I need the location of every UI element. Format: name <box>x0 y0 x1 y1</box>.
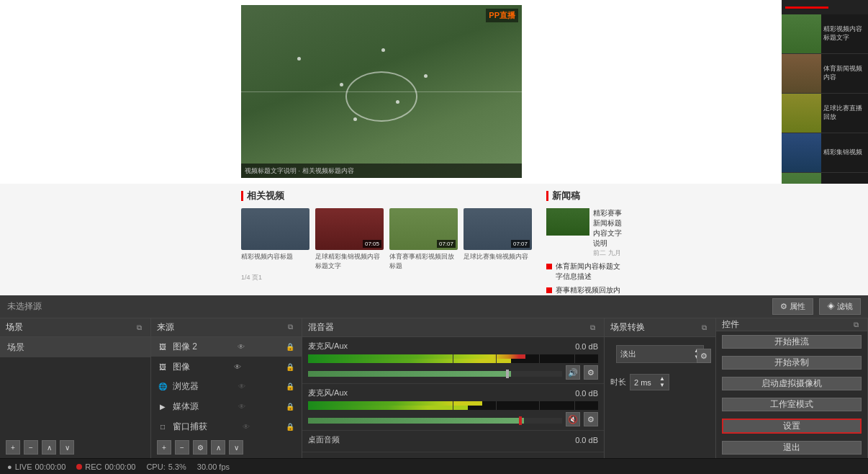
rec-time: 00:00:00 <box>105 462 136 471</box>
thumb-item[interactable]: 足球比赛直播回放 <box>782 94 868 133</box>
track-db-2: 0.0 dB <box>562 389 598 398</box>
video-thumb-card[interactable]: 07:05 足球精彩集锦视频内容标题文字 <box>315 208 384 270</box>
mute-button-2[interactable]: 🔇 <box>566 412 580 426</box>
thumb-item[interactable]: 体育赛事精华 <box>782 173 868 184</box>
transitions-panel-icon[interactable]: ⧉ <box>698 322 710 334</box>
video-thumb-card[interactable]: 07:07 体育赛事精彩视频回放标题 <box>389 208 458 270</box>
sources-panel-header: 来源 ⧉ <box>151 318 302 337</box>
eye-icon[interactable]: 👁 <box>232 361 243 372</box>
add-source-button[interactable]: + <box>157 440 171 455</box>
video-thumb-card[interactable]: 07:07 足球比赛集锦视频内容 <box>464 208 532 270</box>
track-fader-row-1: 🔊 ⚙ <box>308 365 598 380</box>
scene-panel-header: 场景 ⧉ <box>0 318 150 337</box>
source-up-button[interactable]: ∧ <box>211 440 225 455</box>
track-name-1: 麦克风/Aux <box>308 341 559 352</box>
source-item-window[interactable]: □ 窗口捕获 👁 🔒 <box>151 416 302 437</box>
duration-input[interactable]: 2 ms ▲ ▼ <box>630 374 669 390</box>
image-icon: 🖼 <box>157 361 168 372</box>
transition-type-select[interactable]: 淡出 ▲ ▼ <box>616 345 704 363</box>
remove-scene-button[interactable]: − <box>24 440 38 455</box>
thumb-item[interactable]: 体育新闻视频内容 <box>782 54 868 94</box>
fps-value: 30.00 fps <box>197 462 230 471</box>
transitions-panel-title: 场景转换 <box>610 321 645 334</box>
track-fader-1[interactable] <box>308 371 562 377</box>
controls-panel-icon[interactable]: ⧉ <box>850 319 862 331</box>
lock-icon[interactable]: 🔒 <box>284 381 296 393</box>
news-title: 新闻稿 <box>546 189 627 202</box>
start-record-button[interactable]: 开始录制 <box>722 356 862 370</box>
news-item[interactable]: 赛事精彩视频回放内容标题 <box>546 285 627 295</box>
start-stream-button[interactable]: 开始推流 <box>722 335 862 349</box>
scene-up-button[interactable]: ∧ <box>42 440 56 455</box>
studio-mode-button[interactable]: 工作室模式 <box>722 398 862 411</box>
news-item[interactable]: 精彩赛事新闻标题内容文字说明 前二 九月 <box>546 208 627 258</box>
gear-button-2[interactable]: ⚙ <box>584 412 598 426</box>
transition-gear-button[interactable]: ⚙ <box>697 349 711 363</box>
mixer-panel-icon[interactable]: ⧉ <box>587 322 598 334</box>
lock-icon[interactable]: 🔒 <box>284 421 296 432</box>
sources-panel-icon[interactable]: ⧉ <box>284 321 296 333</box>
settings-button[interactable]: 设置 <box>722 419 862 434</box>
track-fader-2[interactable] <box>308 418 562 424</box>
source-item-media[interactable]: ▶ 媒体源 👁 🔒 <box>151 397 302 417</box>
lock-icon[interactable]: 🔒 <box>284 341 296 353</box>
scene-down-button[interactable]: ∨ <box>60 440 74 455</box>
sources-panel: 来源 ⧉ 🖼 图像 2 👁 🔒 🖼 图像 👁 🔒 🌐 浏览器 👁 🔒 <box>151 318 302 458</box>
scene-item[interactable]: 场景 <box>0 337 150 357</box>
source-item-image2[interactable]: 🖼 图像 2 👁 🔒 <box>151 337 302 357</box>
source-item-browser[interactable]: 🌐 浏览器 👁 🔒 <box>151 377 302 397</box>
thumb-item[interactable]: 精彩集锦视频 <box>782 133 868 173</box>
rec-label: REC <box>85 462 101 471</box>
sources-panel-title: 来源 <box>157 321 174 334</box>
transitions-panel-header: 场景转换 ⧉ <box>605 318 715 337</box>
news-item[interactable]: 体育新闻内容标题文字信息描述 <box>546 261 627 282</box>
mute-button-1[interactable]: 🔊 <box>566 365 580 380</box>
source-down-button[interactable]: ∨ <box>229 440 243 455</box>
no-source-label: 未选择源 <box>7 300 42 313</box>
virtual-camera-button[interactable]: 启动虚拟摄像机 <box>722 377 862 390</box>
eye-icon[interactable]: 👁 <box>240 421 252 432</box>
scene-panel-title: 场景 <box>6 321 23 334</box>
mixer-panel: 混音器 ⧉ 麦克风/Aux 0.0 dB <box>302 318 605 458</box>
source-controls: + − ⚙ ∧ ∨ <box>151 437 302 458</box>
video-logo: PP直播 <box>486 9 518 22</box>
source-settings-button[interactable]: ⚙ <box>193 440 207 455</box>
status-bar: ● LIVE 00:00:00 REC 00:00:00 CPU: 5.3% 3… <box>0 458 868 474</box>
exit-button[interactable]: 退出 <box>722 441 862 455</box>
preview-area: PP直播 视频标题文字说明 · 相关视频标题内容 精彩视频内容标题文字 体育新闻… <box>0 0 868 295</box>
source-item-image[interactable]: 🖼 图像 👁 🔒 <box>151 357 302 377</box>
remove-source-button[interactable]: − <box>175 440 189 455</box>
eye-icon[interactable]: 👁 <box>235 341 247 353</box>
live-time: 00:00:00 <box>35 462 66 471</box>
eye-icon[interactable]: 👁 <box>236 381 248 393</box>
settings-button[interactable]: ⚙ 属性 <box>772 298 813 315</box>
lock-icon[interactable]: 🔒 <box>284 401 296 413</box>
play-icon: ▶ <box>157 401 168 413</box>
fps-status: 30.00 fps <box>197 462 230 471</box>
mixer-track-2: 麦克风/Aux 0.0 dB 🔇 ⚙ <box>302 384 604 431</box>
level-meter-2 <box>308 401 598 410</box>
related-videos-title: 相关视频 <box>241 189 532 202</box>
gear-button-1[interactable]: ⚙ <box>584 365 598 380</box>
scene-panel: 场景 ⧉ 场景 + − ∧ ∨ <box>0 318 151 458</box>
duration-row: 时长 2 ms ▲ ▼ <box>605 371 715 393</box>
browser-content: PP直播 视频标题文字说明 · 相关视频标题内容 精彩视频内容标题文字 体育新闻… <box>0 0 868 295</box>
image-icon: 🖼 <box>157 341 168 353</box>
filters-button[interactable]: ◈ 滤镜 <box>819 298 861 315</box>
controls-panel: 控件 ⧉ 开始推流 开始录制 启动虚拟摄像机 工作室模式 设置 退出 <box>716 318 868 458</box>
track-fader-row-2: 🔇 ⚙ <box>308 412 598 426</box>
lock-icon[interactable]: 🔒 <box>284 361 296 372</box>
main-video[interactable]: PP直播 视频标题文字说明 · 相关视频标题内容 <box>241 5 522 178</box>
scene-panel-icon[interactable]: ⧉ <box>133 322 145 334</box>
cpu-label: CPU: <box>146 462 165 471</box>
mixer-panel-header: 混音器 ⧉ <box>302 318 604 337</box>
thumb-pagination: 1/4 页1 <box>241 273 532 282</box>
cpu-value: 5.3% <box>168 462 186 471</box>
video-thumb-card[interactable]: 精彩视频内容标题 <box>241 208 309 270</box>
thumb-item[interactable]: 精彩视频内容标题文字 <box>782 14 868 54</box>
side-thumbnails: 精彩视频内容标题文字 体育新闻视频内容 足球比赛直播回放 精彩集锦视频 体育赛事… <box>782 0 868 184</box>
add-scene-button[interactable]: + <box>6 440 20 455</box>
track-db-1: 0.0 dB <box>562 342 598 351</box>
eye-icon[interactable]: 👁 <box>236 401 248 413</box>
video-thumbs-row: 精彩视频内容标题 07:05 足球精彩集锦视频内容标题文字 07:07 体育赛事… <box>241 208 532 270</box>
